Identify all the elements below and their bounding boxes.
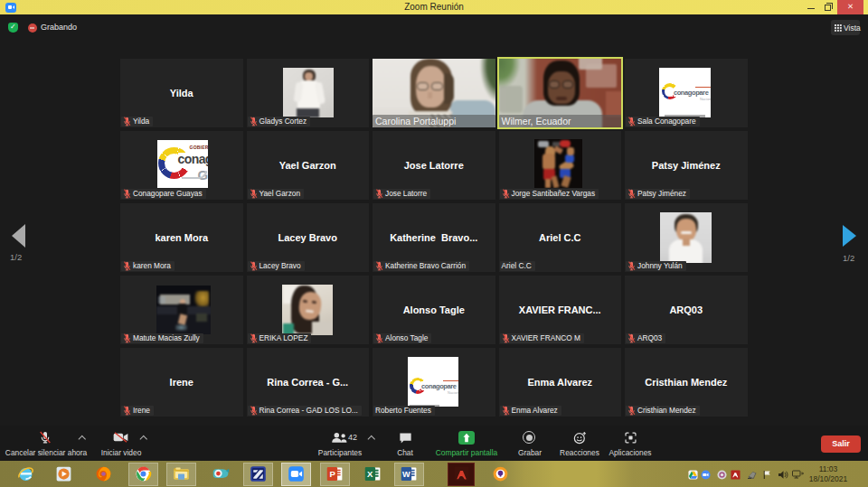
svg-text:X: X [366, 469, 373, 479]
svg-text:P: P [329, 469, 335, 479]
svg-text:W: W [402, 470, 410, 479]
